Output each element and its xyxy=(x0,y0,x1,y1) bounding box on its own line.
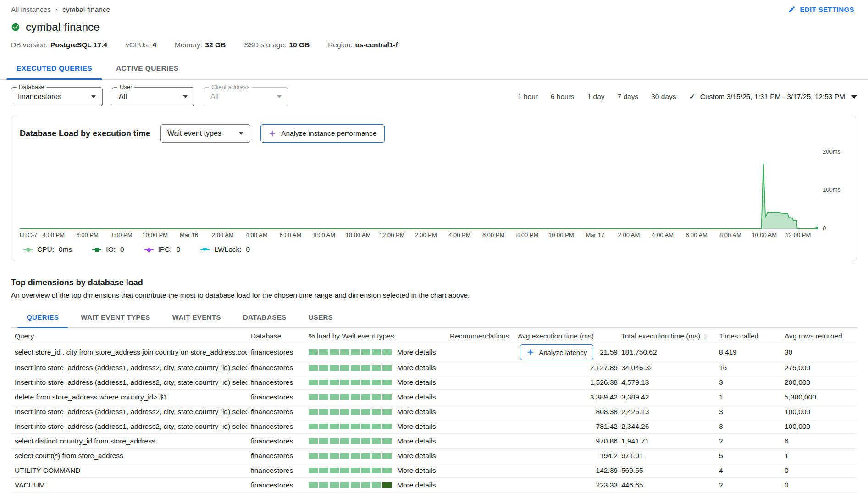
more-details-link[interactable]: More details xyxy=(397,408,436,416)
table-row[interactable]: Insert into store_address (address1, add… xyxy=(11,404,857,419)
load-bar-end-segment xyxy=(382,482,392,488)
table-row[interactable]: UTILITY COMMAND financestores More detai… xyxy=(11,463,857,478)
load-bar-end-segment xyxy=(382,468,392,473)
more-details-link[interactable]: More details xyxy=(397,481,436,489)
col-total-exec-time[interactable]: Total execution time (ms) ↓ xyxy=(621,332,715,340)
query-cell: delete from store_address where country_… xyxy=(15,393,247,401)
load-chart[interactable] xyxy=(20,150,818,229)
time-range-custom[interactable]: ✓ Custom 3/15/25, 1:31 PM - 3/17/25, 12:… xyxy=(689,92,857,102)
more-details-link[interactable]: More details xyxy=(397,348,436,356)
query-cell: UTILITY COMMAND xyxy=(15,466,247,475)
more-details-link[interactable]: More details xyxy=(397,466,436,475)
top-dimensions-section: Top dimensions by database load An overv… xyxy=(0,278,868,493)
load-cell: More details xyxy=(309,422,446,431)
legend-item-ipc[interactable]: IPC: 0 xyxy=(144,245,181,254)
edit-settings-button[interactable]: EDIT SETTINGS xyxy=(785,4,857,15)
ipc-series-swatch-icon xyxy=(144,246,154,253)
tab-wait-event-types[interactable]: WAIT EVENT TYPES xyxy=(70,307,161,327)
meta-db-version: DB version:PostgreSQL 17.4 xyxy=(11,41,107,49)
time-range-selector: 1 hour 6 hours 1 day 7 days 30 days ✓ Cu… xyxy=(518,92,857,102)
x-tick-label: 4:00 AM xyxy=(652,232,674,238)
main-tabs: EXECUTED QUERIES ACTIVE QUERIES xyxy=(0,57,868,80)
time-range-7-days[interactable]: 7 days xyxy=(618,93,639,101)
y-tick-200ms: 200ms xyxy=(823,148,840,155)
time-range-6-hours[interactable]: 6 hours xyxy=(551,93,575,101)
table-header: Query Database % load by Wait event type… xyxy=(11,328,857,344)
page-title: cymbal-finance xyxy=(26,21,100,33)
y-tick-100ms: 100ms xyxy=(823,186,840,193)
table-row[interactable]: Insert into store_address (address1, add… xyxy=(11,375,857,390)
more-details-link[interactable]: More details xyxy=(397,437,436,445)
tab-active-queries[interactable]: ACTIVE QUERIES xyxy=(104,57,191,79)
tab-executed-queries[interactable]: EXECUTED QUERIES xyxy=(5,57,104,79)
col-avg-exec-time[interactable]: Avg execution time (ms) xyxy=(518,332,618,340)
chart-legend: CPU: 0ms IO: 0 IPC: 0 LWLock: 0 xyxy=(23,245,848,254)
table-row[interactable]: VACUUM financestores More details 223.33… xyxy=(11,478,857,493)
dimension-select[interactable]: Wait event types xyxy=(160,124,250,143)
check-icon: ✓ xyxy=(689,92,696,102)
x-tick-label: 10:00 PM xyxy=(548,232,574,238)
table-row[interactable]: select distinct country_id from store_ad… xyxy=(11,434,857,449)
avg-rows-cell: 100,000 xyxy=(785,422,853,431)
col-recommendations[interactable]: Recommendations xyxy=(450,332,514,340)
analyze-instance-performance-label: Analyze instance performance xyxy=(281,129,377,138)
more-details-link[interactable]: More details xyxy=(397,422,436,431)
chart-x-axis: UTC-74:00 PM6:00 PM8:00 PM10:00 PMMar 16… xyxy=(20,232,818,241)
legend-item-lwlock[interactable]: LWLock: 0 xyxy=(200,245,250,254)
col-load-by-wait-event[interactable]: % load by Wait event types xyxy=(309,332,446,340)
load-bar xyxy=(309,424,392,429)
avg-rows-cell: 275,000 xyxy=(785,364,853,372)
col-query[interactable]: Query xyxy=(15,332,247,340)
analyze-instance-performance-button[interactable]: Analyze instance performance xyxy=(260,124,385,143)
load-cell: More details xyxy=(309,364,446,372)
total-exec-cell: 569.55 xyxy=(621,466,715,475)
table-row[interactable]: select count(*) from store_address finan… xyxy=(11,449,857,463)
load-bar xyxy=(309,394,392,400)
table-row[interactable]: Insert into store_address (address1, add… xyxy=(11,360,857,375)
x-tick-label: 8:00 AM xyxy=(719,232,741,238)
times-called-cell: 16 xyxy=(719,364,781,372)
user-filter-select[interactable]: User All xyxy=(112,87,194,106)
client-address-filter-value: All xyxy=(210,93,270,101)
col-times-called[interactable]: Times called xyxy=(719,332,781,340)
breadcrumb-all-instances[interactable]: All instances xyxy=(11,6,51,14)
load-bar xyxy=(309,438,392,444)
instance-header: cymbal-finance xyxy=(0,17,868,34)
tab-wait-events[interactable]: WAIT EVENTS xyxy=(161,307,232,327)
legend-item-cpu[interactable]: CPU: 0ms xyxy=(23,245,72,254)
table-row[interactable]: select store_id , city from store_addres… xyxy=(11,344,857,360)
avg-exec-value: 223.33 xyxy=(596,481,618,489)
avg-exec-cell: 194.2 xyxy=(518,452,618,460)
total-exec-cell: 1,941.71 xyxy=(621,437,715,445)
more-details-link[interactable]: More details xyxy=(397,378,436,387)
analyze-latency-button[interactable]: Analyze latency xyxy=(520,344,593,360)
database-filter-select[interactable]: Database financestores xyxy=(11,87,103,106)
load-cell: More details xyxy=(309,393,446,401)
table-row[interactable]: Insert into store_address (address1, add… xyxy=(11,419,857,434)
load-bar xyxy=(309,453,392,459)
load-card-title: Database Load by execution time xyxy=(20,129,150,138)
more-details-link[interactable]: More details xyxy=(397,393,436,401)
table-row[interactable]: delete from store_address where country_… xyxy=(11,390,857,404)
total-exec-cell: 2,425.13 xyxy=(621,408,715,416)
more-details-link[interactable]: More details xyxy=(397,364,436,372)
query-cell: select distinct country_id from store_ad… xyxy=(15,437,247,445)
time-range-1-day[interactable]: 1 day xyxy=(587,93,605,101)
chart-x-axis-gutter xyxy=(818,232,848,241)
col-avg-rows-returned[interactable]: Avg rows returned xyxy=(785,332,853,340)
more-details-link[interactable]: More details xyxy=(397,452,436,460)
queries-table: Query Database % load by Wait event type… xyxy=(11,328,857,493)
load-bar-end-segment xyxy=(382,424,392,429)
chart-x-axis-row: UTC-74:00 PM6:00 PM8:00 PM10:00 PMMar 16… xyxy=(20,232,848,241)
col-database[interactable]: Database xyxy=(251,332,305,340)
avg-exec-value: 3,389.42 xyxy=(590,393,618,401)
tab-databases[interactable]: DATABASES xyxy=(232,307,298,327)
tab-queries[interactable]: QUERIES xyxy=(16,307,70,327)
tab-users[interactable]: USERS xyxy=(298,307,344,327)
legend-item-io[interactable]: IO: 0 xyxy=(92,245,124,254)
time-range-1-hour[interactable]: 1 hour xyxy=(518,93,538,101)
avg-exec-value: 2,127.89 xyxy=(590,364,618,372)
x-tick-label: 2:00 AM xyxy=(618,232,640,238)
avg-exec-cell: 3,389.42 xyxy=(518,393,618,401)
time-range-30-days[interactable]: 30 days xyxy=(651,93,676,101)
